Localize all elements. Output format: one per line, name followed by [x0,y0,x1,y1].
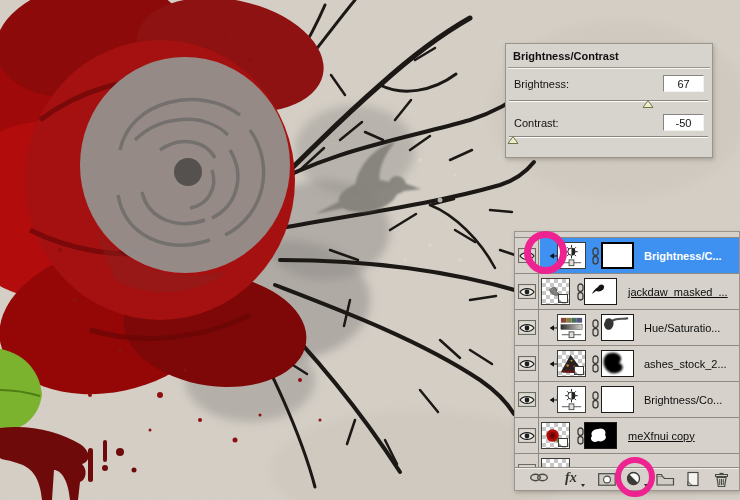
layer-thumbnail-brightness-contrast[interactable] [557,386,586,413]
layer-mask-thumbnail[interactable] [584,422,617,449]
layer-name[interactable]: ashes_stock_2... [644,358,727,370]
smart-object-badge-icon [574,366,584,375]
contrast-slider[interactable] [509,133,708,146]
mask-link-icon [591,247,600,265]
contrast-value-input[interactable] [663,114,704,131]
smart-object-badge-icon [558,438,568,447]
layer-row-content: meXfnui copy [540,418,739,453]
layer-name[interactable]: Brightness/Co... [644,394,722,406]
layer-thumbnail-smart-object[interactable] [541,278,570,305]
layer-mask-thumbnail[interactable] [601,242,634,269]
eye-icon [519,286,535,298]
panel-title: Brightness/Contrast [513,50,619,62]
layer-thumbnail-ashes-stock[interactable] [557,350,586,377]
new-group-icon[interactable] [656,473,675,486]
layer-visibility-toggle[interactable] [515,382,539,417]
brightness-slider-track[interactable] [509,100,708,101]
layer-row[interactable]: Hue/Saturatio... [515,309,739,345]
title-separator [508,67,710,69]
contrast-slider-track[interactable] [509,136,708,137]
mask-link-icon [591,355,600,373]
layer-visibility-toggle[interactable] [515,346,539,381]
link-layers-icon[interactable] [529,472,549,483]
layer-visibility-toggle[interactable] [515,418,539,453]
layer-row[interactable]: ashes_stock_2... [515,345,739,381]
layer-thumbnail-hue-saturation[interactable] [557,314,586,341]
layer-thumbnail-rose[interactable] [541,422,570,449]
layer-name[interactable]: meXfnui copy [628,430,695,442]
eye-icon [519,358,535,370]
annotation-circle-clipping-arrow [524,231,567,274]
layer-row[interactable]: meXfnui copy [515,417,739,453]
layer-name[interactable]: jackdaw_masked_... [628,286,728,298]
mask-link-icon [591,319,600,337]
layer-thumbnail-leaves-shadow[interactable] [541,458,570,467]
layer-mask-thumbnail[interactable] [601,386,634,413]
layer-row-content: Brightness/C... [540,238,739,273]
smart-object-badge-icon [558,294,568,303]
brightness-slider[interactable] [509,97,708,110]
eye-icon [519,322,535,334]
layer-styles-icon[interactable]: fx [565,470,577,486]
add-layer-mask-icon[interactable] [598,473,616,486]
layer-row-content: Hue/Saturatio... [540,310,739,345]
mask-link-icon [591,391,600,409]
eye-icon [519,394,535,406]
layer-row-content: jackdaw_masked_... [540,274,739,309]
layer-visibility-toggle[interactable] [515,274,539,309]
layer-name[interactable]: Brightness/C... [644,250,722,262]
eye-icon [519,430,535,442]
new-layer-icon[interactable] [685,471,700,487]
brightness-slider-thumb[interactable] [643,100,654,108]
annotation-circle-new-adjustment-button [615,457,655,497]
layer-name[interactable]: Hue/Saturatio... [644,322,720,334]
delete-layer-icon[interactable] [714,471,729,488]
layer-mask-thumbnail[interactable] [601,314,634,341]
layer-visibility-toggle[interactable] [515,310,539,345]
layer-row-content: Brightness/Co... [540,382,739,417]
contrast-slider-thumb[interactable] [507,136,518,144]
brightness-label: Brightness: [514,78,569,90]
brightness-value-input[interactable] [663,75,704,92]
layer-mask-thumbnail[interactable] [601,350,634,377]
layer-row[interactable]: jackdaw_masked_... [515,273,739,309]
layer-styles-caret-icon [581,484,585,487]
brightness-contrast-panel: Brightness/Contrast Brightness: Contrast… [505,43,713,158]
layer-visibility-toggle[interactable] [515,454,539,467]
layer-row-content: ashes_stock_2... [540,346,739,381]
layer-row[interactable]: Brightness/Co... [515,381,739,417]
contrast-label: Contrast: [514,117,559,129]
layer-mask-thumbnail[interactable] [584,278,617,305]
